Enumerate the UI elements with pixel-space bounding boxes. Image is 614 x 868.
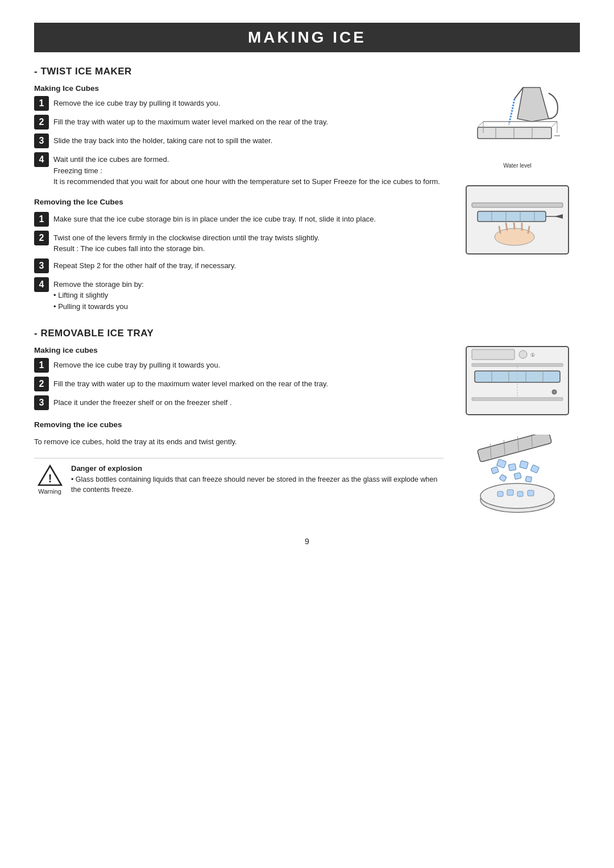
page-number: 9 <box>34 537 580 546</box>
svg-rect-60 <box>528 490 534 496</box>
removing-steps-list: 1 Make sure that the ice cube storage bi… <box>34 212 443 312</box>
twist-remove-step-2-text: Twist one of the levers firmly in the cl… <box>53 231 320 254</box>
svg-rect-49 <box>520 461 529 469</box>
making-steps-list: 1 Remove the ice cube tray by pulling it… <box>34 96 443 187</box>
twist-remove-step-2: 2 Twist one of the levers firmly in the … <box>34 231 443 254</box>
svg-text:!: ! <box>48 472 52 485</box>
warning-box: ! Warning Danger of explosion • Glass bo… <box>34 458 443 496</box>
svg-line-24 <box>514 222 515 229</box>
svg-rect-50 <box>491 466 499 474</box>
twist-diagrams: Water level <box>455 82 580 318</box>
twist-section-title: - TWIST ICE MAKER <box>34 66 580 77</box>
removable-diagram-2 <box>466 435 569 514</box>
twist-make-step-4: 4 Wait until the ice cubes are formed. F… <box>34 152 443 187</box>
removable-making-steps: 1 Remove the ice cube tray by pulling it… <box>34 358 443 410</box>
svg-line-8 <box>551 122 557 127</box>
svg-line-22 <box>499 227 500 233</box>
svg-text:①: ① <box>530 352 535 358</box>
step-num-4: 4 <box>34 152 49 167</box>
removable-removing-text: To remove ice cubes, hold the tray at it… <box>34 435 443 448</box>
svg-rect-42 <box>477 435 551 462</box>
step-num-3: 3 <box>34 133 49 148</box>
twist-make-step-1-text: Remove the ice cube tray by pulling it t… <box>53 96 220 109</box>
removable-make-step-1: 1 Remove the ice cube tray by pulling it… <box>34 358 443 373</box>
warning-content: Danger of explosion • Glass bottles cont… <box>71 464 443 496</box>
twist-diagram-1: Water level <box>460 82 574 169</box>
removable-make-step-2-text: Fill the tray with water up to the maxim… <box>53 377 328 390</box>
svg-rect-52 <box>499 474 507 482</box>
warning-triangle-icon: ! <box>38 464 63 487</box>
removable-left-col: Making ice cubes 1 Remove the ice cube t… <box>34 344 443 514</box>
removable-make-step-1-text: Remove the ice cube tray by pulling it t… <box>53 358 220 371</box>
twist-make-step-2-text: Fill the tray with water up to the maxim… <box>53 115 328 128</box>
svg-line-26 <box>528 227 529 233</box>
removable-diagrams: ① <box>455 344 580 514</box>
svg-rect-13 <box>472 203 563 207</box>
svg-rect-57 <box>497 491 503 496</box>
step-num-rm1: 1 <box>34 358 49 373</box>
svg-rect-0 <box>478 127 551 139</box>
step-num-r2: 2 <box>34 231 49 245</box>
warning-text: • Glass bottles containing liquids that … <box>71 474 443 496</box>
step-num-r4: 4 <box>34 277 49 292</box>
twist-remove-step-3-text: Repeat Step 2 for the other half of the … <box>53 258 236 272</box>
step-num-r3: 3 <box>34 258 49 273</box>
svg-rect-48 <box>508 464 516 471</box>
svg-rect-40 <box>472 398 563 400</box>
twist-remove-step-3: 3 Repeat Step 2 for the other half of th… <box>34 258 443 273</box>
twist-make-step-2: 2 Fill the tray with water up to the max… <box>34 115 443 130</box>
svg-rect-14 <box>478 211 546 222</box>
removing-cubes-subtitle: Removing the Ice Cubes <box>34 198 443 206</box>
removable-removing-subtitle: Removing the ice cubes <box>34 420 443 429</box>
twist-make-step-1: 1 Remove the ice cube tray by pulling it… <box>34 96 443 111</box>
twist-remove-step-4-text: Remove the storage bin by: • Lifting it … <box>53 277 144 312</box>
step-num-r1: 1 <box>34 212 49 227</box>
twist-make-step-3-text: Slide the tray back into the holder, tak… <box>53 133 272 147</box>
removable-diagram-1: ① <box>460 344 574 423</box>
twist-left-col: Making Ice Cubes 1 Remove the ice cube t… <box>34 82 443 318</box>
svg-rect-47 <box>496 459 506 468</box>
removable-make-step-3: 3 Place it under the freezer shelf or on… <box>34 395 443 410</box>
twist-section: - TWIST ICE MAKER Making Ice Cubes 1 Rem… <box>34 66 580 318</box>
svg-point-39 <box>552 390 557 394</box>
removable-make-step-2: 2 Fill the tray with water up to the max… <box>34 377 443 391</box>
svg-rect-51 <box>530 465 540 473</box>
page-title: MAKING ICE <box>34 23 580 52</box>
step-num-rm2: 2 <box>34 377 49 391</box>
svg-line-7 <box>478 122 483 127</box>
removable-section: - REMOVABLE ICE TRAY Making ice cubes 1 … <box>34 328 580 514</box>
warning-icon-wrap: ! Warning <box>34 464 65 495</box>
twist-remove-step-1: 1 Make sure that the ice cube storage bi… <box>34 212 443 227</box>
warning-label: Warning <box>38 488 61 495</box>
svg-rect-53 <box>514 473 521 480</box>
making-cubes-subtitle: Making Ice Cubes <box>34 84 443 93</box>
svg-marker-4 <box>517 87 549 122</box>
svg-rect-58 <box>507 490 513 495</box>
twist-remove-step-1-text: Make sure that the ice cube storage bin … <box>53 212 376 225</box>
twist-diagram-2 <box>460 180 574 260</box>
twist-make-step-4-text: Wait until the ice cubes are formed. Fre… <box>53 152 440 187</box>
svg-rect-30 <box>472 349 515 360</box>
svg-point-31 <box>519 350 527 358</box>
removable-section-title: - REMOVABLE ICE TRAY <box>34 328 580 339</box>
removable-making-subtitle: Making ice cubes <box>34 346 443 354</box>
warning-title: Danger of explosion <box>71 464 443 473</box>
removable-make-step-3-text: Place it under the freezer shelf or on t… <box>53 395 232 408</box>
svg-line-23 <box>506 223 507 230</box>
water-level-label: Water level <box>460 162 574 169</box>
svg-rect-54 <box>525 476 532 482</box>
step-num-1: 1 <box>34 96 49 111</box>
twist-remove-step-4: 4 Remove the storage bin by: • Lifting i… <box>34 277 443 312</box>
svg-rect-59 <box>517 491 523 496</box>
step-num-2: 2 <box>34 115 49 130</box>
twist-make-step-3: 3 Slide the tray back into the holder, t… <box>34 133 443 148</box>
step-num-rm3: 3 <box>34 395 49 410</box>
